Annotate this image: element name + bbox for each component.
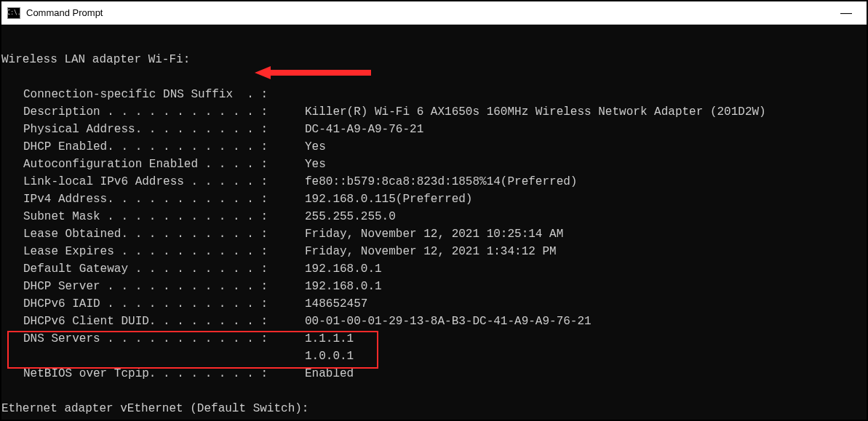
- row-value: DC-41-A9-A9-76-21: [305, 121, 423, 138]
- terminal-output: Wireless LAN adapter Wi-Fi: Connection-s…: [1, 25, 867, 420]
- row-value: Friday, November 12, 2021 1:34:12 PM: [305, 243, 557, 260]
- row-label: Lease Expires . . . . . . . . . . :: [23, 243, 268, 260]
- row-label: Subnet Mask . . . . . . . . . . . :: [23, 208, 268, 225]
- row-value: 192.168.0.1: [305, 260, 382, 278]
- adapter-section-footer: Ethernet adapter vEthernet (Default Swit…: [1, 400, 308, 417]
- row-label: Lease Obtained. . . . . . . . . . :: [23, 225, 268, 243]
- row-label: Connection-specific DNS Suffix . :: [23, 86, 268, 103]
- row-value: 192.168.0.115(Preferred): [305, 191, 472, 208]
- row-label: IPv4 Address. . . . . . . . . . . :: [23, 191, 268, 208]
- row-value: 255.255.255.0: [305, 208, 396, 225]
- row-value: Yes: [305, 156, 326, 173]
- cmd-icon: C:\.: [7, 7, 20, 19]
- row-value: 00-01-00-01-29-13-8A-B3-DC-41-A9-A9-76-2…: [305, 313, 592, 330]
- row-label: DHCPv6 IAID . . . . . . . . . . . :: [23, 295, 268, 313]
- window-title: Command Prompt: [26, 7, 103, 18]
- row-label: Autoconfiguration Enabled . . . . :: [23, 156, 268, 173]
- row-label: Default Gateway . . . . . . . . . :: [23, 260, 268, 278]
- row-label: DHCPv6 Client DUID. . . . . . . . :: [23, 313, 268, 330]
- row-value: 192.168.0.1: [305, 278, 382, 295]
- window-titlebar: C:\. Command Prompt —: [1, 1, 867, 25]
- row-value: Enabled: [305, 365, 354, 382]
- row-label: NetBIOS over Tcpip. . . . . . . . :: [23, 365, 268, 382]
- row-value: fe80::b579:8ca8:823d:1858%14(Preferred): [305, 173, 577, 191]
- minimize-button[interactable]: —: [832, 3, 861, 23]
- row-label: Physical Address. . . . . . . . . :: [23, 121, 268, 138]
- row-value: Killer(R) Wi-Fi 6 AX1650s 160MHz Wireles…: [305, 103, 766, 121]
- row-label: Link-local IPv6 Address . . . . . :: [23, 173, 268, 191]
- row-label: DNS Servers . . . . . . . . . . . :: [23, 330, 268, 348]
- row-label: Description . . . . . . . . . . . :: [23, 103, 268, 121]
- svg-marker-0: [255, 66, 371, 79]
- row-value: 148652457: [305, 295, 367, 313]
- row-value: 1.0.0.1: [305, 348, 354, 365]
- row-label: DHCP Enabled. . . . . . . . . . . :: [23, 138, 268, 156]
- row-value: Yes: [305, 138, 326, 156]
- row-value: 1.1.1.1: [305, 330, 354, 348]
- row-label: DHCP Server . . . . . . . . . . . :: [23, 278, 268, 295]
- arrow-annotation-icon: [227, 49, 343, 62]
- row-value: Friday, November 12, 2021 10:25:14 AM: [305, 225, 563, 243]
- adapter-section-header: Wireless LAN adapter Wi-Fi:: [1, 51, 190, 68]
